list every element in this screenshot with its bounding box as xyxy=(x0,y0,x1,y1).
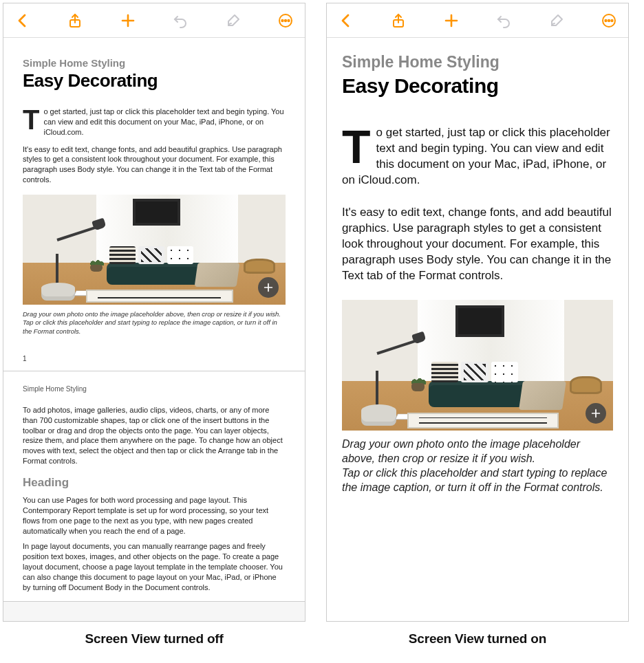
image-placeholder[interactable] xyxy=(23,195,286,305)
page2-body3[interactable]: In page layout documents, you can manual… xyxy=(23,541,286,592)
image-placeholder[interactable] xyxy=(342,300,613,431)
undo-button[interactable] xyxy=(171,11,190,30)
phone-screenview-off: Simple Home Styling Easy Decorating To g… xyxy=(3,3,305,622)
document-viewport[interactable]: Simple Home Styling Easy Decorating To g… xyxy=(3,38,305,621)
add-button[interactable] xyxy=(442,11,461,30)
undo-button[interactable] xyxy=(494,11,513,30)
svg-point-14 xyxy=(608,19,610,21)
page-2: Simple Home Styling To add photos, image… xyxy=(3,371,305,602)
comparison-row: Simple Home Styling Easy Decorating To g… xyxy=(3,3,641,622)
page2-heading[interactable]: Heading xyxy=(23,476,286,490)
svg-point-5 xyxy=(285,19,286,21)
share-button[interactable] xyxy=(389,11,408,30)
phone-screenview-on: Simple Home Styling Easy Decorating To g… xyxy=(326,3,629,622)
doc-subtitle[interactable]: Simple Home Styling xyxy=(342,53,613,72)
svg-point-15 xyxy=(611,19,612,21)
doc-title[interactable]: Easy Decorating xyxy=(23,70,286,91)
image-add-icon[interactable] xyxy=(258,277,279,298)
caption-right: Screen View turned on xyxy=(326,631,629,646)
figure-captions: Screen View turned off Screen View turne… xyxy=(3,631,641,646)
svg-point-6 xyxy=(288,19,289,21)
image-caption-line2[interactable]: Tap or click this placeholder and start … xyxy=(342,466,613,495)
share-button[interactable] xyxy=(65,11,85,30)
page-number: 1 xyxy=(23,355,286,362)
more-button[interactable] xyxy=(276,11,295,30)
body-paragraph-1[interactable]: It's easy to edit text, change fonts, an… xyxy=(342,205,613,284)
body-paragraph-1[interactable]: It's easy to edit text, change fonts, an… xyxy=(23,144,286,185)
svg-point-13 xyxy=(605,19,606,21)
intro-paragraph[interactable]: To get started, just tap or click this p… xyxy=(23,107,286,138)
doc-title[interactable]: Easy Decorating xyxy=(342,74,613,98)
caption-left: Screen View turned off xyxy=(3,631,305,646)
back-button[interactable] xyxy=(336,11,356,30)
format-brush-button[interactable] xyxy=(224,11,243,30)
room-illustration xyxy=(342,300,613,431)
image-caption-line1[interactable]: Drag your own photo onto the image place… xyxy=(23,310,286,318)
room-illustration xyxy=(23,195,286,305)
format-brush-button[interactable] xyxy=(547,11,566,30)
intro-paragraph[interactable]: To get started, just tap or click this p… xyxy=(342,125,613,188)
image-caption-line2[interactable]: Tap or click this placeholder and start … xyxy=(23,318,286,336)
toolbar xyxy=(327,3,628,38)
svg-point-4 xyxy=(281,19,283,21)
more-button[interactable] xyxy=(599,11,619,30)
image-caption-line1[interactable]: Drag your own photo onto the image place… xyxy=(342,437,613,466)
add-button[interactable] xyxy=(118,11,138,30)
page2-body2[interactable]: You can use Pages for both word processi… xyxy=(23,495,286,536)
doc-subtitle[interactable]: Simple Home Styling xyxy=(23,57,286,69)
page2-body1[interactable]: To add photos, image galleries, audio cl… xyxy=(23,405,286,466)
back-button[interactable] xyxy=(13,11,32,30)
page2-header[interactable]: Simple Home Styling xyxy=(23,385,286,393)
page-1: Simple Home Styling Easy Decorating To g… xyxy=(3,38,305,371)
toolbar xyxy=(3,3,305,38)
document-viewport[interactable]: Simple Home Styling Easy Decorating To g… xyxy=(327,38,628,622)
